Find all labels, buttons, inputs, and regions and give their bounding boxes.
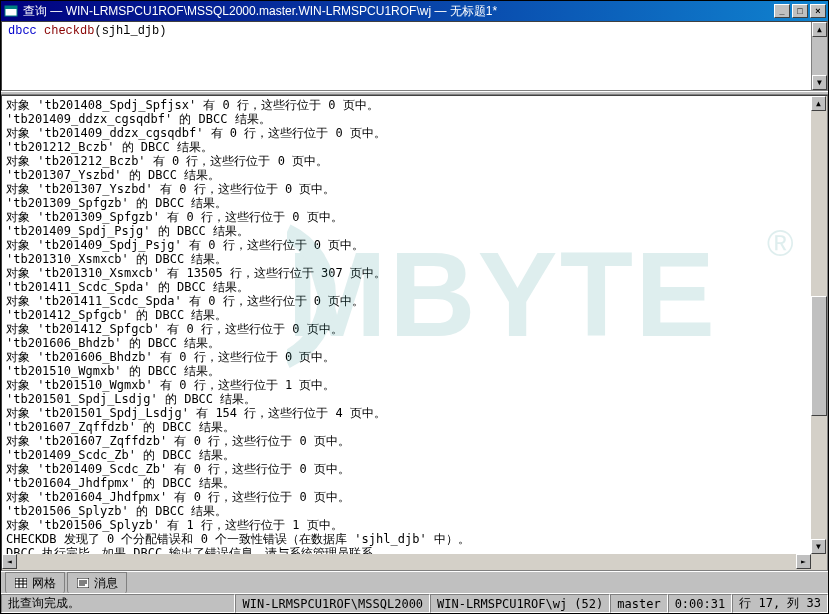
- status-cursor: 行 17, 列 33: [732, 594, 828, 613]
- tab-messages-label: 消息: [94, 575, 118, 592]
- close-button[interactable]: ×: [810, 4, 826, 18]
- app-window: 查询 — WIN-LRMSPCU1ROF\MSSQL2000.master.WI…: [0, 0, 829, 614]
- result-line: 'tb201501_Spdj_Lsdjg' 的 DBCC 结果。: [6, 392, 807, 406]
- results-hscrollbar[interactable]: ◄ ►: [2, 554, 827, 570]
- maximize-button[interactable]: □: [792, 4, 808, 18]
- result-line: 对象 'tb201607_Zqffdzb' 有 0 行，这些行位于 0 页中。: [6, 434, 807, 448]
- messages-icon: [76, 577, 90, 589]
- result-line: 'tb201310_Xsmxcb' 的 DBCC 结果。: [6, 252, 807, 266]
- result-line: 'tb201510_Wgmxb' 的 DBCC 结果。: [6, 364, 807, 378]
- status-message: 批查询完成。: [1, 594, 235, 613]
- result-line: 'tb201412_Spfgcb' 的 DBCC 结果。: [6, 308, 807, 322]
- scroll-up-icon[interactable]: ▲: [811, 96, 826, 111]
- result-line: CHECKDB 发现了 0 个分配错误和 0 个一致性错误（在数据库 'sjhl…: [6, 532, 807, 546]
- tab-messages[interactable]: 消息: [67, 572, 127, 594]
- sql-text[interactable]: dbcc checkdb(sjhl_djb): [2, 22, 827, 40]
- scroll-left-icon[interactable]: ◄: [2, 554, 17, 569]
- result-line: 'tb201607_Zqffdzb' 的 DBCC 结果。: [6, 420, 807, 434]
- result-line: 'tb201409_Scdc_Zb' 的 DBCC 结果。: [6, 448, 807, 462]
- sql-keyword: dbcc: [8, 24, 44, 38]
- scroll-thumb[interactable]: [811, 296, 827, 416]
- result-line: 对象 'tb201409_Scdc_Zb' 有 0 行，这些行位于 0 页中。: [6, 462, 807, 476]
- result-line: 'tb201307_Yszbd' 的 DBCC 结果。: [6, 168, 807, 182]
- status-database: master: [610, 594, 667, 613]
- scroll-down-icon[interactable]: ▼: [811, 539, 826, 554]
- results-pane: 对象 'tb201408_Spdj_Spfjsx' 有 0 行，这些行位于 0 …: [1, 95, 828, 571]
- result-line: 对象 'tb201412_Spfgcb' 有 0 行，这些行位于 0 页中。: [6, 322, 807, 336]
- result-line: 'tb201411_Scdc_Spda' 的 DBCC 结果。: [6, 280, 807, 294]
- result-line: 对象 'tb201310_Xsmxcb' 有 13505 行，这些行位于 307…: [6, 266, 807, 280]
- result-line: 对象 'tb201604_Jhdfpmx' 有 0 行，这些行位于 0 页中。: [6, 490, 807, 504]
- statusbar: 批查询完成。 WIN-LRMSPCU1ROF\MSSQL2000 WIN-LRM…: [1, 593, 828, 613]
- window-buttons: _ □ ×: [774, 4, 826, 18]
- results-vscrollbar[interactable]: ▲ ▼: [811, 96, 827, 554]
- tab-grid[interactable]: 网格: [5, 572, 65, 594]
- result-line: 对象 'tb201606_Bhdzb' 有 0 行，这些行位于 0 页中。: [6, 350, 807, 364]
- result-line: 对象 'tb201409_ddzx_cgsqdbf' 有 0 行，这些行位于 0…: [6, 126, 807, 140]
- minimize-button[interactable]: _: [774, 4, 790, 18]
- tab-grid-label: 网格: [32, 575, 56, 592]
- result-line: 对象 'tb201411_Scdc_Spda' 有 0 行，这些行位于 0 页中…: [6, 294, 807, 308]
- result-line: 'tb201606_Bhdzb' 的 DBCC 结果。: [6, 336, 807, 350]
- result-line: 对象 'tb201409_Spdj_Psjg' 有 0 行，这些行位于 0 页中…: [6, 238, 807, 252]
- result-line: 'tb201604_Jhdfpmx' 的 DBCC 结果。: [6, 476, 807, 490]
- sql-editor[interactable]: dbcc checkdb(sjhl_djb) ▲ ▼: [1, 21, 828, 91]
- result-line: 'tb201506_Splyzb' 的 DBCC 结果。: [6, 504, 807, 518]
- scroll-down-icon[interactable]: ▼: [812, 75, 827, 90]
- result-line: 对象 'tb201309_Spfgzb' 有 0 行，这些行位于 0 页中。: [6, 210, 807, 224]
- result-line: 'tb201409_ddzx_cgsqdbf' 的 DBCC 结果。: [6, 112, 807, 126]
- result-line: 对象 'tb201501_Spdj_Lsdjg' 有 154 行，这些行位于 4…: [6, 406, 807, 420]
- result-line: 'tb201309_Spfgzb' 的 DBCC 结果。: [6, 196, 807, 210]
- editor-scrollbar[interactable]: ▲ ▼: [811, 22, 827, 90]
- result-line: 对象 'tb201510_Wgmxb' 有 0 行，这些行位于 1 页中。: [6, 378, 807, 392]
- titlebar: 查询 — WIN-LRMSPCU1ROF\MSSQL2000.master.WI…: [1, 1, 828, 21]
- status-time: 0:00:31: [668, 594, 733, 613]
- result-line: 'tb201212_Bczb' 的 DBCC 结果。: [6, 140, 807, 154]
- scroll-up-icon[interactable]: ▲: [812, 22, 827, 37]
- status-server: WIN-LRMSPCU1ROF\MSSQL2000: [235, 594, 430, 613]
- sql-args: (sjhl_djb): [94, 24, 166, 38]
- app-icon: [3, 4, 19, 18]
- result-line: 对象 'tb201408_Spdj_Spfjsx' 有 0 行，这些行位于 0 …: [6, 98, 807, 112]
- window-title: 查询 — WIN-LRMSPCU1ROF\MSSQL2000.master.WI…: [23, 3, 774, 20]
- scroll-right-icon[interactable]: ►: [796, 554, 811, 569]
- grid-icon: [14, 577, 28, 589]
- result-line: 对象 'tb201506_Splyzb' 有 1 行，这些行位于 1 页中。: [6, 518, 807, 532]
- result-line: 'tb201409_Spdj_Psjg' 的 DBCC 结果。: [6, 224, 807, 238]
- sql-proc: checkdb: [44, 24, 94, 38]
- svg-rect-5: [15, 578, 27, 588]
- status-user: WIN-LRMSPCU1ROF\wj (52): [430, 594, 610, 613]
- result-line: 对象 'tb201307_Yszbd' 有 0 行，这些行位于 0 页中。: [6, 182, 807, 196]
- result-line: 对象 'tb201212_Bczb' 有 0 行，这些行位于 0 页中。: [6, 154, 807, 168]
- svg-rect-1: [5, 6, 17, 9]
- result-tabs: 网格 消息: [1, 571, 828, 593]
- results-text[interactable]: 对象 'tb201408_Spdj_Spfjsx' 有 0 行，这些行位于 0 …: [2, 96, 811, 571]
